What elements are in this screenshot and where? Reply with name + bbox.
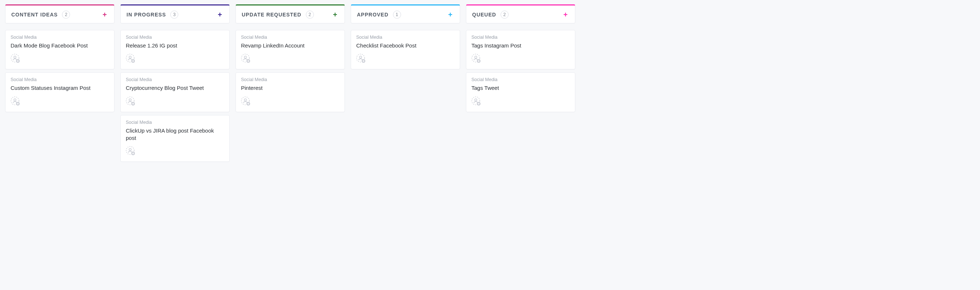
kanban-board: CONTENT IDEAS 2 + Social Media Dark Mode… bbox=[0, 0, 980, 166]
card-category: Social Media bbox=[241, 35, 339, 40]
task-card[interactable]: Social Media Checklist Facebook Post bbox=[351, 30, 460, 69]
user-add-icon bbox=[126, 96, 135, 106]
svg-point-19 bbox=[244, 99, 247, 101]
assign-user-button[interactable] bbox=[241, 54, 250, 63]
add-task-button[interactable]: + bbox=[216, 11, 223, 18]
task-count-badge: 2 bbox=[62, 11, 70, 19]
card-list: Social Media Release 1.26 IG post Social… bbox=[120, 30, 230, 162]
svg-point-1 bbox=[14, 56, 16, 58]
card-category: Social Media bbox=[471, 77, 570, 82]
user-add-icon bbox=[241, 96, 250, 106]
card-list: Social Media Tags Instagram Post Social … bbox=[466, 30, 575, 112]
task-card[interactable]: Social Media Custom Statuses Instagram P… bbox=[5, 72, 115, 112]
card-title: Custom Statuses Instagram Post bbox=[11, 84, 109, 92]
task-card[interactable]: Social Media Release 1.26 IG post bbox=[120, 30, 230, 69]
column-header[interactable]: APPROVED 1 + bbox=[351, 5, 460, 23]
card-category: Social Media bbox=[126, 35, 224, 40]
task-card[interactable]: Social Media Revamp LinkedIn Account bbox=[235, 30, 345, 69]
card-category: Social Media bbox=[11, 77, 109, 82]
task-card[interactable]: Social Media Cryptocurrency Blog Post Tw… bbox=[120, 72, 230, 112]
svg-point-25 bbox=[475, 56, 477, 58]
task-card[interactable]: Social Media ClickUp vs JIRA blog post F… bbox=[120, 115, 230, 162]
card-list: Social Media Checklist Facebook Post bbox=[351, 30, 460, 69]
assign-user-button[interactable] bbox=[11, 54, 20, 63]
task-card[interactable]: Social Media Tags Tweet bbox=[466, 72, 575, 112]
assign-user-button[interactable] bbox=[126, 96, 135, 106]
card-category: Social Media bbox=[356, 35, 455, 40]
column-title: CONTENT IDEAS bbox=[11, 12, 57, 18]
user-add-icon bbox=[471, 96, 481, 106]
svg-point-13 bbox=[129, 149, 131, 151]
column-in-progress: IN PROGRESS 3 + Social Media Release 1.2… bbox=[120, 5, 230, 162]
task-card[interactable]: Social Media Pinterest bbox=[235, 72, 345, 112]
assign-user-button[interactable] bbox=[471, 96, 481, 106]
column-approved: APPROVED 1 + Social Media Checklist Face… bbox=[351, 5, 460, 69]
column-title: QUEUED bbox=[472, 12, 496, 18]
user-add-icon bbox=[241, 54, 250, 63]
task-count-badge: 1 bbox=[393, 11, 401, 19]
user-add-icon bbox=[11, 54, 20, 63]
user-add-icon bbox=[11, 96, 20, 106]
card-title: Revamp LinkedIn Account bbox=[241, 42, 339, 49]
assign-user-button[interactable] bbox=[356, 54, 366, 63]
column-title: APPROVED bbox=[357, 12, 389, 18]
card-list: Social Media Revamp LinkedIn Account Soc… bbox=[235, 30, 345, 112]
user-add-icon bbox=[471, 54, 481, 63]
card-title: ClickUp vs JIRA blog post Facebook post bbox=[126, 127, 224, 142]
card-list: Social Media Dark Mode Blog Facebook Pos… bbox=[5, 30, 115, 112]
svg-point-16 bbox=[244, 56, 247, 58]
add-task-button[interactable]: + bbox=[562, 11, 569, 18]
assign-user-button[interactable] bbox=[126, 146, 135, 155]
card-title: Cryptocurrency Blog Post Tweet bbox=[126, 84, 224, 92]
task-count-badge: 3 bbox=[170, 11, 178, 19]
assign-user-button[interactable] bbox=[471, 54, 481, 63]
column-title: UPDATE REQUESTED bbox=[242, 12, 302, 18]
card-title: Tags Tweet bbox=[471, 84, 570, 92]
column-header[interactable]: QUEUED 2 + bbox=[466, 5, 575, 23]
card-title: Pinterest bbox=[241, 84, 339, 92]
assign-user-button[interactable] bbox=[11, 96, 20, 106]
card-category: Social Media bbox=[471, 35, 570, 40]
card-category: Social Media bbox=[11, 35, 109, 40]
card-category: Social Media bbox=[241, 77, 339, 82]
card-title: Tags Instagram Post bbox=[471, 42, 570, 49]
svg-point-4 bbox=[14, 99, 16, 101]
add-task-button[interactable]: + bbox=[331, 11, 339, 18]
add-task-button[interactable]: + bbox=[447, 11, 454, 18]
assign-user-button[interactable] bbox=[126, 54, 135, 63]
user-add-icon bbox=[356, 54, 366, 63]
column-title: IN PROGRESS bbox=[127, 12, 166, 18]
svg-point-28 bbox=[475, 99, 477, 101]
add-task-button[interactable]: + bbox=[101, 11, 108, 18]
card-title: Dark Mode Blog Facebook Post bbox=[11, 42, 109, 49]
svg-point-7 bbox=[129, 56, 131, 58]
svg-point-10 bbox=[129, 99, 131, 101]
column-queued: QUEUED 2 + Social Media Tags Instagram P… bbox=[466, 5, 575, 112]
user-add-icon bbox=[126, 146, 135, 155]
column-header[interactable]: UPDATE REQUESTED 2 + bbox=[235, 5, 345, 23]
column-header[interactable]: IN PROGRESS 3 + bbox=[120, 5, 230, 23]
card-category: Social Media bbox=[126, 120, 224, 125]
svg-point-22 bbox=[360, 56, 362, 58]
assign-user-button[interactable] bbox=[241, 96, 250, 106]
task-count-badge: 2 bbox=[306, 11, 314, 19]
card-category: Social Media bbox=[126, 77, 224, 82]
card-title: Release 1.26 IG post bbox=[126, 42, 224, 49]
column-update-requested: UPDATE REQUESTED 2 + Social Media Revamp… bbox=[235, 5, 345, 112]
column-header[interactable]: CONTENT IDEAS 2 + bbox=[5, 5, 115, 23]
task-card[interactable]: Social Media Tags Instagram Post bbox=[466, 30, 575, 69]
task-card[interactable]: Social Media Dark Mode Blog Facebook Pos… bbox=[5, 30, 115, 69]
user-add-icon bbox=[126, 54, 135, 63]
card-title: Checklist Facebook Post bbox=[356, 42, 455, 49]
column-content-ideas: CONTENT IDEAS 2 + Social Media Dark Mode… bbox=[5, 5, 115, 112]
task-count-badge: 2 bbox=[501, 11, 509, 19]
